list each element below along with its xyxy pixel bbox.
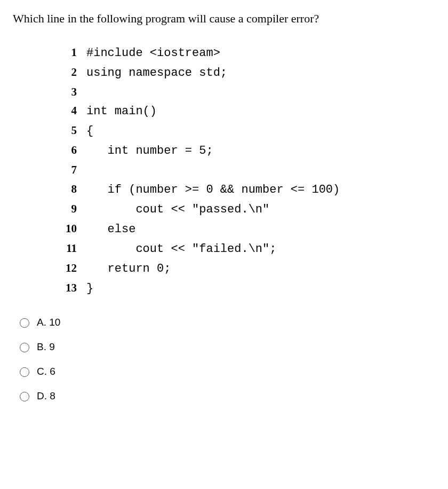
code-text: if (number >= 0 && number <= 100) [86,181,340,199]
radio-d[interactable] [20,392,29,401]
line-number: 1 [55,44,86,61]
code-line: 5 { [55,122,435,140]
option-c[interactable]: C. 6 [17,366,435,377]
code-text: return 0; [86,260,171,278]
code-line: 8 if (number >= 0 && number <= 100) [55,181,435,199]
line-number: 8 [55,181,86,198]
code-text: #include <iostream> [86,44,220,62]
code-line: 12 return 0; [55,260,435,278]
code-text: int number = 5; [86,142,213,160]
radio-c[interactable] [20,367,29,377]
line-number: 3 [55,84,86,101]
code-line: 11 cout << "failed.\n"; [55,240,435,258]
option-label: C. 6 [37,366,55,377]
option-d[interactable]: D. 8 [17,390,435,402]
code-text: { [86,122,93,140]
line-number: 11 [55,240,86,257]
line-number: 5 [55,122,86,139]
code-line: 13 } [55,280,435,297]
line-number: 12 [55,260,86,277]
option-b[interactable]: B. 9 [17,341,435,353]
code-text: cout << "passed.\n" [86,201,269,218]
code-text: else [86,220,135,238]
code-block: 1 #include <iostream> 2 using namespace … [55,44,435,297]
code-text: cout << "failed.\n"; [86,240,276,258]
options-group: A. 10 B. 9 C. 6 D. 8 [17,317,435,402]
line-number: 7 [55,162,86,179]
option-label: D. 8 [37,390,55,402]
line-number: 6 [55,142,86,159]
radio-a[interactable] [20,318,29,328]
line-number: 13 [55,280,86,297]
code-line: 6 int number = 5; [55,142,435,160]
code-text: int main() [86,102,157,120]
option-label: A. 10 [37,317,60,328]
question-text: Which line in the following program will… [13,11,435,27]
line-number: 10 [55,220,86,238]
code-line: 9 cout << "passed.\n" [55,201,435,218]
line-number: 9 [55,201,86,218]
code-text: using namespace std; [86,64,227,82]
code-line: 2 using namespace std; [55,64,435,82]
code-line: 1 #include <iostream> [55,44,435,62]
line-number: 4 [55,102,86,120]
radio-b[interactable] [20,343,29,352]
code-line: 3 [55,84,435,101]
code-text: } [86,280,93,297]
option-a[interactable]: A. 10 [17,317,435,328]
option-label: B. 9 [37,341,55,353]
code-line: 10 else [55,220,435,238]
code-line: 7 [55,162,435,179]
code-line: 4 int main() [55,102,435,120]
line-number: 2 [55,64,86,81]
